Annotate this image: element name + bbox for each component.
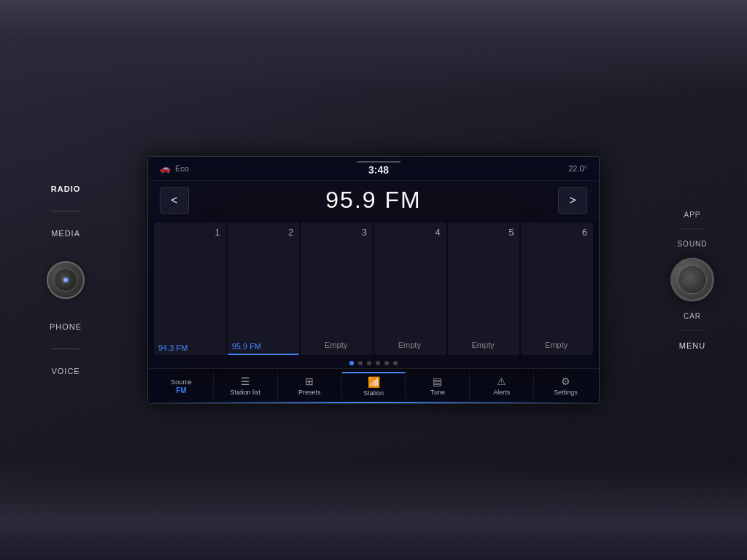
dashboard-top [0,0,747,95]
car-button[interactable]: CAR [681,311,704,322]
menu-bar: Source FM ☰ Station list ⊞ Presets 📶 Sta… [148,368,599,403]
right-volume-knob[interactable] [670,258,714,302]
source-menu-item[interactable]: Source FM [150,372,214,400]
preset-empty-5: Empty [471,341,494,349]
right-panel: APP SOUND CAR MENU [670,209,714,351]
presets-label: Presets [298,389,321,397]
preset-button-6[interactable]: 6Empty [521,222,593,355]
presets-menu-item[interactable]: ⊞ Presets [278,372,342,400]
preset-number-3: 3 [362,227,367,238]
left-knob-inner [54,268,77,292]
preset-freq-1: 94.3 FM [158,343,187,352]
preset-empty-6: Empty [545,341,568,349]
page-dot-6[interactable] [393,361,398,365]
left-panel: RADIO MEDIA PHONE VOICE [44,182,88,378]
alerts-menu-item[interactable]: ⚠ Alerts [470,372,534,400]
media-button[interactable]: MEDIA [45,226,86,241]
status-bar: 🚗 Eco 3:48 22.0° [148,157,599,181]
station-list-icon: ☰ [241,376,250,387]
page-dots [148,358,599,368]
station-list-menu-item[interactable]: ☰ Station list [214,372,278,400]
left-knob[interactable] [47,261,85,299]
dashboard-bottom [0,465,747,560]
source-value: FM [176,386,186,394]
page-dot-3[interactable] [367,361,371,365]
presets-row: 194.3 FM295.9 FM3Empty4Empty5Empty6Empty [148,219,599,358]
app-button[interactable]: APP [681,209,703,220]
prev-station-button[interactable]: < [160,187,189,214]
frequency-row: < 95.9 FM > [148,181,599,219]
eco-label: Eco [175,164,189,173]
left-divider-1 [51,211,80,211]
preset-button-1[interactable]: 194.3 FM [154,222,226,355]
preset-number-5: 5 [508,227,514,238]
tune-icon: ▤ [433,376,442,387]
right-divider-1 [680,229,705,230]
right-divider-2 [680,330,705,331]
tune-menu-item[interactable]: ▤ Tune [406,372,470,400]
preset-button-2[interactable]: 295.9 FM [228,222,300,355]
current-frequency: 95.9 FM [325,187,421,214]
sound-button[interactable]: SOUND [674,238,710,249]
preset-empty-4: Empty [398,341,421,349]
alerts-icon: ⚠ [497,376,506,387]
page-dot-4[interactable] [376,361,380,365]
left-knob-container [47,261,85,299]
station-label: Station [363,389,384,397]
status-left: 🚗 Eco [160,163,189,174]
preset-number-4: 4 [435,227,440,238]
phone-button[interactable]: PHONE [44,319,88,334]
preset-number-1: 1 [214,227,220,238]
preset-empty-3: Empty [325,341,347,349]
radio-button[interactable]: RADIO [45,182,86,196]
time-display: 3:48 [368,164,389,176]
voice-button[interactable]: VOICE [45,364,85,378]
presets-icon: ⊞ [305,376,314,387]
settings-label: Settings [554,389,578,397]
settings-menu-item[interactable]: ⚙ Settings [534,372,597,400]
page-dot-5[interactable] [384,361,389,365]
car-status-icon: 🚗 [160,163,171,174]
alerts-label: Alerts [493,389,510,397]
preset-button-4[interactable]: 4Empty [374,222,446,355]
source-label: Source [171,378,192,386]
right-knob-inner [678,265,707,295]
page-dot-2[interactable] [358,361,363,365]
preset-number-2: 2 [288,227,293,238]
preset-freq-2: 95.9 FM [232,342,261,351]
next-station-button[interactable]: > [558,187,587,214]
status-center: 3:48 [357,161,400,176]
menu-button[interactable]: MENU [676,340,708,351]
knob-indicator [63,278,68,282]
tune-label: Tune [430,389,445,397]
station-icon: 📶 [368,376,380,388]
page-dot-1[interactable] [349,361,354,365]
station-list-label: Station list [231,389,261,397]
car-dashboard: RADIO MEDIA PHONE VOICE 🚗 Eco 3:48 [0,0,747,560]
preset-button-5[interactable]: 5Empty [448,222,520,355]
station-menu-item[interactable]: 📶 Station [342,372,406,400]
left-divider-2 [51,349,80,349]
main-screen: 🚗 Eco 3:48 22.0° < 95.9 FM > 194.3 FM295… [147,156,600,404]
preset-number-6: 6 [582,227,587,238]
blue-accent-line [148,402,599,403]
temperature-display: 22.0° [568,164,587,173]
preset-button-3[interactable]: 3Empty [301,222,373,355]
settings-icon: ⚙ [561,376,570,387]
time-progress-bar [357,161,400,163]
